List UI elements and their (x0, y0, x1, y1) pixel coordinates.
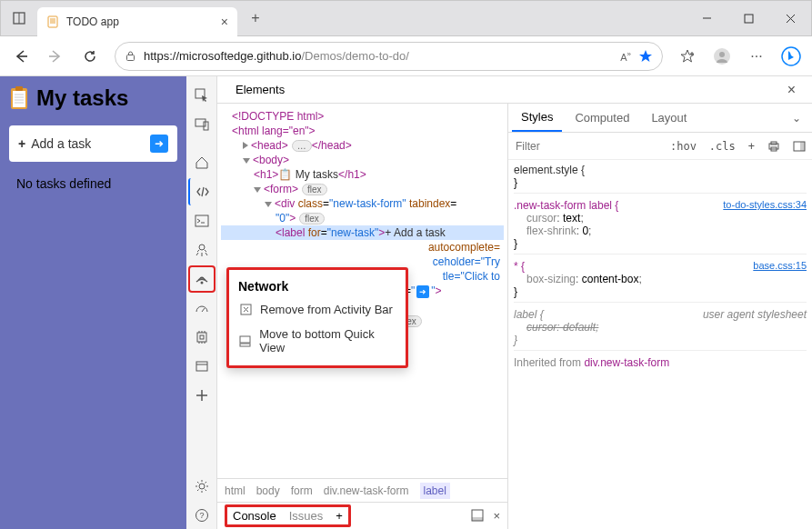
svg-rect-32 (197, 333, 206, 342)
source-link-2[interactable]: base.css:15 (753, 260, 807, 271)
context-remove-item[interactable]: Remove from Activity Bar (229, 297, 406, 322)
browser-toolbar: https://microsoftedge.github.io/Demos/de… (0, 36, 812, 76)
svg-rect-7 (745, 15, 753, 23)
profile-button[interactable] (707, 41, 737, 72)
styles-tab[interactable]: Styles (512, 104, 562, 132)
styles-rules[interactable]: element.style { } .new-task-form label {… (508, 160, 812, 529)
reader-icon[interactable]: A» (620, 50, 631, 63)
lock-icon (125, 50, 136, 62)
drawer-issues-tab[interactable]: Issues (289, 509, 324, 523)
memory-icon[interactable] (188, 324, 216, 351)
svg-rect-28 (195, 215, 208, 226)
application-icon[interactable] (188, 353, 216, 380)
no-tasks-message: No tasks defined (9, 176, 177, 191)
settings-icon[interactable] (188, 473, 216, 500)
devtools-close-button[interactable]: × (780, 82, 803, 98)
layout-tab[interactable]: Layout (642, 104, 696, 132)
chevron-down-icon[interactable]: ⌄ (785, 112, 808, 125)
elements-icon[interactable] (188, 178, 216, 205)
add-task-field[interactable]: + Add a task ➜ (9, 125, 177, 162)
cls-toggle[interactable]: .cls (703, 140, 742, 153)
drawer-console-tab[interactable]: Console (233, 509, 276, 523)
clipboard-glyph: 📋 (278, 168, 292, 181)
svg-line-31 (202, 308, 205, 312)
crumb-html[interactable]: html (225, 484, 246, 497)
svg-rect-40 (196, 362, 207, 371)
svg-point-29 (199, 245, 205, 250)
help-icon[interactable]: ? (188, 502, 216, 529)
svg-point-44 (199, 484, 205, 489)
add-task-label: Add a task (31, 136, 91, 151)
svg-text:?: ? (199, 511, 204, 520)
hov-toggle[interactable]: :hov (664, 140, 703, 153)
svg-rect-58 (800, 142, 805, 151)
device-icon[interactable] (188, 111, 216, 138)
devtools-body: <!DOCTYPE html> <html lang="en"> <head>…… (217, 104, 812, 529)
window-controls (686, 0, 811, 36)
new-rule-button[interactable]: + (742, 140, 761, 153)
panel-icon[interactable] (787, 140, 812, 153)
print-icon[interactable] (761, 140, 787, 153)
svg-rect-12 (127, 55, 135, 61)
crumb-form[interactable]: form (291, 484, 313, 497)
plus-icon: + (18, 136, 25, 151)
activity-bar: ? (186, 76, 217, 529)
console-icon[interactable] (188, 207, 216, 235)
address-bar[interactable]: https://microsoftedge.github.io/Demos/de… (115, 42, 663, 71)
styles-filter-row: :hov .cls + (508, 133, 812, 160)
devtools-header: Elements × (217, 76, 812, 104)
favicon-icon (46, 15, 59, 28)
drawer: Console Issues + × (217, 502, 507, 529)
styles-filter-input[interactable] (508, 140, 664, 153)
sources-icon[interactable] (188, 236, 216, 264)
close-window-button[interactable] (769, 0, 811, 36)
maximize-button[interactable] (727, 0, 769, 36)
tab-actions-button[interactable] (1, 0, 37, 36)
styles-panel: Styles Computed Layout ⌄ :hov .cls + (508, 104, 812, 529)
bing-button[interactable] (776, 41, 807, 72)
browser-tab[interactable]: TODO app × (37, 7, 237, 36)
elements-tab[interactable]: Elements (226, 76, 294, 103)
svg-rect-20 (15, 86, 23, 91)
dom-panel: <!DOCTYPE html> <html lang="en"> <head>…… (217, 104, 508, 529)
menu-button[interactable]: ··· (741, 41, 772, 72)
crumb-body[interactable]: body (256, 484, 280, 497)
new-tab-button[interactable]: + (241, 4, 270, 33)
crumb-label[interactable]: label (420, 483, 450, 499)
welcome-icon[interactable] (188, 149, 216, 176)
inspect-icon[interactable] (188, 82, 216, 109)
favorite-icon[interactable] (638, 49, 653, 64)
more-tools-button[interactable] (188, 382, 216, 409)
page-title: My tasks (36, 85, 128, 111)
svg-rect-50 (240, 336, 250, 343)
forward-button[interactable] (40, 41, 71, 72)
styles-tabs: Styles Computed Layout ⌄ (508, 104, 812, 133)
back-button[interactable] (5, 41, 36, 72)
main-area: My tasks + Add a task ➜ No tasks defined (0, 76, 812, 529)
drawer-add-button[interactable]: + (336, 509, 343, 523)
drawer-highlight: Console Issues + (225, 504, 351, 527)
minimize-button[interactable] (686, 0, 727, 36)
page-header: My tasks (9, 85, 177, 111)
drawer-dock-icon[interactable] (471, 509, 484, 523)
rendered-page: My tasks + Add a task ➜ No tasks defined (0, 76, 186, 529)
favorites-button[interactable] (672, 41, 703, 72)
submit-button[interactable]: ➜ (150, 135, 168, 153)
crumb-div[interactable]: div.new-task-form (324, 484, 409, 497)
svg-rect-33 (200, 335, 204, 339)
context-move-label: Move to bottom Quick View (259, 327, 396, 354)
svg-point-30 (200, 282, 203, 284)
computed-tab[interactable]: Computed (566, 104, 638, 132)
drawer-close-icon[interactable]: × (493, 509, 500, 523)
refresh-button[interactable] (75, 41, 105, 72)
performance-icon[interactable] (188, 294, 216, 322)
tab-title: TODO app (66, 15, 119, 28)
network-icon[interactable] (188, 265, 216, 293)
dom-tree[interactable]: <!DOCTYPE html> <html lang="en"> <head>…… (217, 104, 507, 478)
context-remove-label: Remove from Activity Bar (260, 303, 393, 316)
tab-close-button[interactable]: × (221, 15, 228, 29)
dom-breadcrumb[interactable]: html body form div.new-task-form label (217, 478, 507, 502)
context-move-item[interactable]: Move to bottom Quick View (229, 322, 406, 360)
source-link[interactable]: to-do-styles.css:34 (723, 199, 807, 210)
svg-rect-51 (240, 344, 250, 346)
